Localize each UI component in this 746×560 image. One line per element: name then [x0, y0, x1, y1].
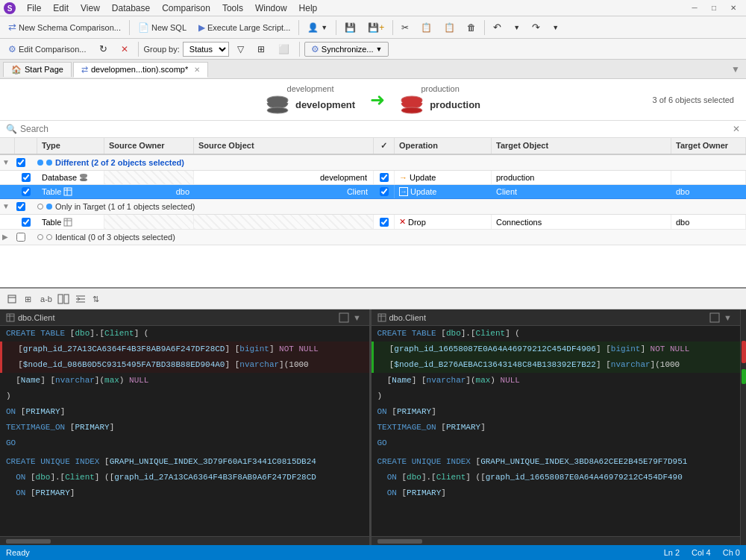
save-button[interactable]: 💾 [339, 20, 361, 35]
indent-button[interactable] [73, 292, 88, 306]
tab-close-button[interactable]: ✕ [194, 66, 200, 74]
stop-button[interactable]: ✕ [116, 42, 134, 57]
op-check-table[interactable] [374, 185, 395, 198]
expand-only-target[interactable]: ▼ [0, 199, 15, 214]
copy-button[interactable]: 📋 [416, 20, 437, 35]
cut-button[interactable]: ✂ [396, 20, 414, 35]
op-checkbox-conn[interactable] [380, 218, 389, 227]
execute-script-button[interactable]: ▶ Execute Large Script... [193, 20, 295, 35]
group-checkbox-identical[interactable] [16, 233, 25, 242]
table-row[interactable]: Database development → Update production [0, 171, 746, 185]
header-source-owner: Source Owner [104, 138, 194, 154]
op-checkbox-table[interactable] [380, 187, 389, 196]
group-check-only-target[interactable] [15, 199, 37, 214]
menu-help[interactable]: Help [293, 1, 324, 15]
menu-view[interactable]: View [75, 1, 106, 15]
op-checkbox-db[interactable] [380, 173, 389, 182]
tab-start-page[interactable]: 🏠 Start Page [3, 62, 72, 77]
group-check-different[interactable] [15, 155, 37, 170]
prev-change-button[interactable] [4, 292, 19, 306]
redo-button[interactable]: ↷ [527, 19, 545, 35]
check-conn-row[interactable] [15, 215, 37, 229]
group-identical-label: Identical (0 of 3 objects selected) [37, 230, 746, 245]
group-identical[interactable]: ▶ Identical (0 of 3 objects selected) [0, 230, 746, 245]
menu-database[interactable]: Database [106, 1, 156, 15]
code-line: ) [0, 388, 369, 404]
expand-different[interactable]: ▼ [0, 155, 15, 170]
sync-scroll-button[interactable]: ⇅ [90, 292, 105, 306]
group-checkbox-only-target[interactable] [16, 202, 25, 211]
checkbox-table-row[interactable] [22, 187, 31, 196]
comparison-grid: Type Source Owner Source Object ✓ Operat… [0, 138, 746, 287]
maximize-button[interactable]: □ [704, 1, 724, 15]
table-row[interactable]: Table dbo Client → Update Client dbo [0, 185, 746, 199]
op-check-db[interactable] [374, 171, 395, 184]
code-line: TEXTIMAGE_ON [PRIMARY] [0, 420, 369, 435]
op-check-conn[interactable] [374, 215, 395, 229]
operation-conn: ✕ Drop [395, 215, 492, 229]
check-table-row[interactable] [15, 185, 37, 198]
tab-overflow-button[interactable]: ▼ [731, 64, 740, 75]
search-input[interactable] [20, 124, 730, 134]
minimize-button[interactable]: ─ [685, 1, 704, 15]
menu-tools[interactable]: Tools [216, 1, 249, 15]
menu-edit[interactable]: Edit [47, 1, 75, 15]
filter-button[interactable]: ▽ [232, 42, 249, 57]
undo-button[interactable]: ↶ [488, 19, 507, 35]
new-schema-comparison-button[interactable]: ⇄ New Schema Comparison... [3, 19, 126, 35]
code-line: [Name] [nvarchar](max) NULL [0, 373, 369, 388]
group-different-title: Different (2 of 2 objects selected) [55, 158, 184, 167]
sql-icon: 📄 [138, 22, 149, 33]
next-change-button[interactable]: ⊞ [22, 292, 37, 306]
new-sql-button[interactable]: 📄 New SQL [133, 20, 192, 35]
check-db-row[interactable] [15, 171, 37, 184]
edit-comparison-button[interactable]: ⚙ Edit Comparison... [3, 42, 91, 57]
diff-layout-button[interactable] [56, 292, 71, 306]
maximize-panel-button[interactable]: ⬜ [273, 42, 295, 57]
checkbox-conn-row[interactable] [22, 218, 31, 227]
paste-button[interactable]: 📋 [439, 20, 460, 35]
left-code-panel: dbo.Client ▼ CREATE TABLE [dbo].[Client]… [0, 309, 372, 545]
layout-button[interactable]: ⊞ [252, 42, 270, 57]
delete-button[interactable]: 🗑 [462, 20, 481, 35]
ab-button[interactable]: a-b [39, 292, 54, 306]
redo-dropdown-button[interactable]: ▼ [547, 22, 564, 34]
right-scrollbar-h[interactable] [372, 536, 741, 545]
group-checkbox-different[interactable] [16, 158, 25, 167]
refresh-button[interactable]: ↻ [94, 41, 113, 57]
left-scrollbar-h[interactable] [0, 536, 369, 545]
group-check-identical[interactable] [15, 230, 37, 245]
group-different-label: Different (2 of 2 objects selected) [37, 155, 746, 170]
close-button[interactable]: ✕ [724, 1, 743, 15]
profile-button[interactable]: 👤 ▼ [302, 20, 333, 35]
right-code-content[interactable]: CREATE TABLE [dbo].[Client] ( [graph_id_… [372, 326, 741, 536]
save-all-icon: 💾+ [368, 22, 384, 33]
group-different[interactable]: ▼ Different (2 of 2 objects selected) [0, 155, 746, 171]
expand-identical[interactable]: ▶ [0, 230, 15, 245]
save-all-button[interactable]: 💾+ [363, 20, 389, 35]
status-ch: Ch 0 [723, 548, 740, 557]
toolbar-separator-4 [392, 20, 393, 35]
dot-blue-1 [37, 160, 43, 166]
menu-file[interactable]: File [21, 1, 47, 15]
table-row[interactable]: Table ✕ Drop Connections dbo [0, 215, 746, 230]
menu-window[interactable]: Window [249, 1, 293, 15]
header-target-object: Target Object [492, 138, 671, 154]
expand-conn-row [0, 215, 15, 229]
synchronize-button[interactable]: ⚙ Synchronize... ▼ [304, 42, 389, 57]
group-only-target[interactable]: ▼ Only in Target (1 of 1 objects selecte… [0, 199, 746, 215]
diff-scroll-marker-1 [742, 341, 746, 363]
left-code-content[interactable]: CREATE TABLE [dbo].[Client] ( [graph_id_… [0, 326, 369, 536]
code-line: ) [372, 388, 741, 404]
undo-dropdown-button[interactable]: ▼ [508, 22, 525, 34]
tab-scomp[interactable]: ⇄ developmen...tion).scomp* ✕ [73, 62, 208, 78]
group-by-select[interactable]: Status [183, 42, 229, 57]
menu-comparison[interactable]: Comparison [156, 1, 216, 15]
checkbox-db-row[interactable] [22, 173, 31, 182]
search-clear-button[interactable]: ✕ [733, 124, 740, 134]
comparison-toolbar: ⚙ Edit Comparison... ↻ ✕ Group by: Statu… [0, 39, 746, 60]
status-col: Col 4 [692, 548, 711, 557]
scomp-icon: ⇄ [81, 65, 88, 75]
source-owner-table: dbo [104, 185, 194, 198]
code-panels-container: dbo.Client ▼ CREATE TABLE [dbo].[Client]… [0, 309, 746, 545]
